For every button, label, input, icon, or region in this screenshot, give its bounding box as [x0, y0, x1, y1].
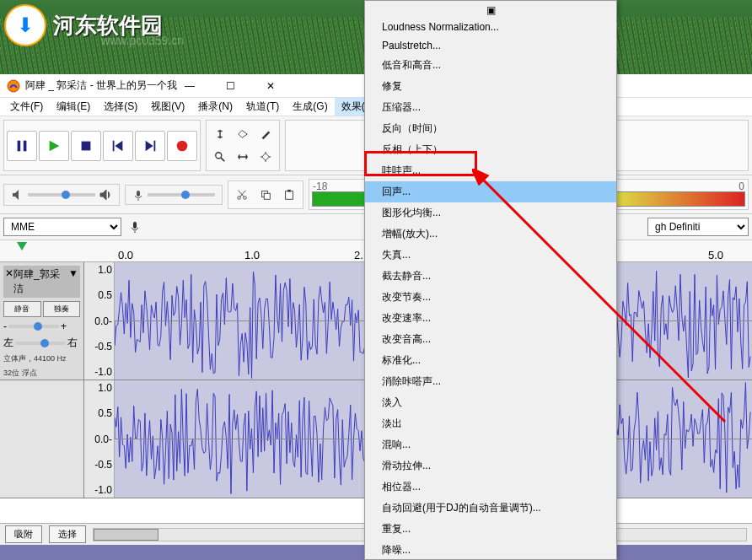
menu-item-6[interactable]: 生成(G)	[286, 98, 334, 116]
close-button[interactable]: ✕	[258, 80, 283, 92]
snap-button[interactable]: 吸附	[5, 525, 42, 543]
skip-end-button[interactable]	[135, 131, 165, 161]
svg-rect-7	[154, 140, 156, 151]
effect-menu-item-16[interactable]: 标准化...	[365, 350, 616, 371]
mute-button[interactable]: 静音	[3, 301, 41, 317]
solo-button[interactable]: 独奏	[43, 301, 81, 317]
svg-rect-17	[286, 191, 293, 199]
effect-menu-item-1[interactable]: Paulstretch...	[365, 36, 616, 55]
minimize-button[interactable]: —	[177, 80, 202, 92]
track-vertical-ruler: 1.00.50.0--0.5-1.0	[84, 262, 115, 380]
gain-slider[interactable]	[8, 325, 59, 328]
timeline-tick: 1.0	[244, 249, 260, 261]
menu-item-3[interactable]: 视图(V)	[144, 98, 191, 116]
pause-button[interactable]	[7, 131, 37, 161]
playhead-marker[interactable]	[17, 242, 27, 250]
effect-menu-item-14[interactable]: 改变速率...	[365, 308, 616, 329]
window-title: 阿肆 _ 郭采洁 - 世界上的另一个我	[25, 78, 177, 93]
play-button[interactable]	[39, 131, 69, 161]
effect-menu-item-5[interactable]: 反向（时间）	[365, 118, 616, 139]
svg-marker-6	[115, 140, 122, 151]
menu-item-0[interactable]: 文件(F)	[3, 98, 50, 116]
effect-menu-item-0[interactable]: Loudness Normalization...	[365, 18, 616, 36]
track-format-label: 立体声，44100 Hz	[3, 353, 80, 364]
effect-menu-item-23[interactable]: 自动回避(用于DJ的自动音量调节)...	[365, 498, 616, 519]
track-bit-label: 32位 浮点	[3, 368, 80, 379]
transport-toolbar	[3, 120, 201, 171]
record-button[interactable]	[167, 131, 197, 161]
menu-item-4[interactable]: 播录(N)	[191, 98, 239, 116]
svg-rect-19	[133, 222, 137, 229]
effect-menu-item-9[interactable]: 图形化均衡...	[365, 202, 616, 223]
tools-toolbar	[206, 120, 280, 171]
paste-button[interactable]	[278, 184, 300, 206]
svg-point-9	[177, 140, 188, 151]
mic-small-icon	[132, 189, 144, 201]
menu-item-5[interactable]: 轨道(T)	[239, 98, 286, 116]
effect-menu-item-17[interactable]: 消除咔嗒声...	[365, 371, 616, 392]
effect-menu-item-20[interactable]: 混响...	[365, 434, 616, 455]
svg-marker-8	[146, 140, 153, 151]
track-panel-spacer	[0, 380, 84, 498]
effect-menu-item-19[interactable]: 淡出	[365, 413, 616, 434]
effect-menu-item-18[interactable]: 淡入	[365, 392, 616, 413]
effect-menu-item-10[interactable]: 增幅(放大)...	[365, 223, 616, 245]
effect-menu-item-21[interactable]: 滑动拉伸...	[365, 455, 616, 477]
cut-button[interactable]	[231, 184, 253, 206]
stop-button[interactable]	[71, 131, 101, 161]
effect-menu-item-22[interactable]: 相位器...	[365, 477, 616, 498]
timeline-tick: 5.0	[708, 249, 723, 261]
speaker-icon	[11, 188, 24, 202]
effect-menu-item-12[interactable]: 截去静音...	[365, 266, 616, 287]
svg-rect-1	[18, 140, 21, 151]
record-volume-group	[125, 185, 223, 205]
effect-menu-item-4[interactable]: 压缩器...	[365, 97, 616, 118]
track-close-button[interactable]: ✕	[5, 267, 13, 296]
selection-tool[interactable]	[209, 123, 231, 145]
menu-item-1[interactable]: 编辑(E)	[50, 98, 97, 116]
mic-icon	[128, 220, 142, 234]
menu-scroll-up-icon[interactable]: ▣	[365, 3, 616, 18]
watermark-logo-text: 河东软件园	[53, 11, 163, 40]
multi-tool[interactable]	[255, 146, 277, 168]
effect-menu-item-8[interactable]: 回声...	[365, 181, 616, 202]
speaker-loud-icon	[99, 188, 112, 202]
skip-start-button[interactable]	[103, 131, 133, 161]
effect-menu-item-7[interactable]: 哇哇声...	[365, 160, 616, 181]
track-menu-dropdown[interactable]: ▼	[68, 267, 78, 296]
pan-slider[interactable]	[15, 342, 66, 345]
effects-menu: ▣ Loudness Normalization...Paulstretch..…	[364, 0, 617, 560]
svg-rect-12	[137, 191, 140, 197]
select-button[interactable]: 选择	[49, 525, 86, 543]
envelope-tool[interactable]	[232, 123, 254, 145]
watermark-logo-icon: ⬇	[4, 4, 46, 46]
edit-toolbar	[228, 180, 303, 209]
svg-marker-3	[50, 140, 60, 151]
track-vertical-ruler-2: 1.00.50.0--0.5-1.0	[84, 380, 115, 498]
timeline-tick: 2.	[354, 249, 363, 261]
playback-device-select[interactable]: gh Definiti	[647, 218, 749, 236]
menu-item-2[interactable]: 选择(S)	[97, 98, 144, 116]
track-name-label[interactable]: 阿肆_郭采洁	[13, 267, 68, 296]
effect-menu-item-3[interactable]: 修复	[365, 76, 616, 97]
draw-tool[interactable]	[255, 123, 277, 145]
effect-menu-item-11[interactable]: 失真...	[365, 245, 616, 266]
effect-menu-item-6[interactable]: 反相（上下）	[365, 139, 616, 160]
playback-volume-slider[interactable]	[28, 193, 95, 197]
app-icon	[7, 79, 20, 93]
audio-host-select[interactable]: MME	[3, 218, 121, 236]
effect-menu-item-15[interactable]: 改变音高...	[365, 329, 616, 350]
svg-rect-2	[24, 140, 27, 151]
effect-menu-item-24[interactable]: 重复...	[365, 519, 616, 540]
timeshift-tool[interactable]	[232, 146, 254, 168]
effect-menu-item-13[interactable]: 改变节奏...	[365, 287, 616, 308]
copy-button[interactable]	[255, 184, 277, 206]
record-volume-slider[interactable]	[148, 193, 215, 197]
maximize-button[interactable]: ☐	[218, 80, 243, 92]
zoom-tool[interactable]	[209, 146, 231, 168]
pan-left-label: 左	[3, 336, 13, 350]
svg-rect-5	[113, 140, 115, 151]
effect-menu-item-25[interactable]: 降噪...	[365, 540, 616, 560]
scrollbar-thumb[interactable]	[94, 529, 158, 541]
effect-menu-item-2[interactable]: 低音和高音...	[365, 55, 616, 76]
